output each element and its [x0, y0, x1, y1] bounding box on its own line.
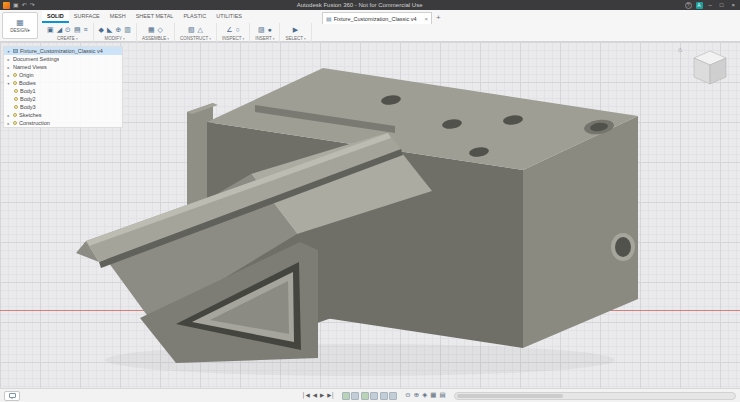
view-cube[interactable]: ⌂: [688, 46, 734, 92]
chevron-down-icon: ▾: [123, 37, 125, 41]
browser-root-label: Fixture_Customization_Classic v4: [20, 48, 103, 54]
expander-icon: ▾: [6, 81, 11, 86]
browser-item-origin[interactable]: ▸ Origin: [4, 71, 122, 79]
browser-item-construction[interactable]: ▸ Construction: [4, 119, 122, 127]
browser-root-row[interactable]: ▾ Fixture_Customization_Classic v4: [4, 47, 122, 55]
user-avatar[interactable]: A: [696, 2, 703, 9]
new-sketch-icon[interactable]: ▣: [47, 26, 54, 33]
home-view-icon[interactable]: ⌂: [678, 46, 682, 53]
timeline-extrude-feature-icon[interactable]: [370, 392, 378, 400]
fusion-logo-icon[interactable]: [3, 2, 10, 9]
grid-settings-icon[interactable]: ▦: [430, 392, 436, 399]
timeline-sketch-feature-icon[interactable]: [361, 392, 369, 400]
browser-item-body2[interactable]: Body2: [4, 95, 122, 103]
visibility-bulb-icon[interactable]: [14, 97, 18, 101]
measure-icon[interactable]: ∠: [226, 26, 232, 33]
minimize-button[interactable]: –: [707, 2, 714, 8]
insert-mesh-icon[interactable]: ▨: [258, 26, 265, 33]
group-create-label: CREATE: [57, 36, 75, 41]
group-modify-label: MODIFY: [105, 36, 123, 41]
section-analysis-icon[interactable]: ○: [236, 26, 240, 33]
workspace-selector[interactable]: ▦ DESIGN▾: [2, 12, 38, 39]
shell-icon[interactable]: ⊕: [115, 26, 121, 33]
select-icon[interactable]: ▶: [293, 26, 298, 33]
expander-icon: ▸: [6, 57, 11, 62]
browser-item-document-settings[interactable]: ▸ Document Settings: [4, 55, 122, 63]
timeline-fillet-feature-icon[interactable]: [380, 392, 388, 400]
timeline-scrollbar-thumb[interactable]: [457, 394, 564, 398]
timeline-to-end-button[interactable]: ▶│: [327, 393, 335, 399]
browser-item-body3[interactable]: Body3: [4, 103, 122, 111]
timeline-scrollbar[interactable]: [454, 392, 736, 400]
timeline-sketch-feature-icon[interactable]: [342, 392, 350, 400]
tab-solid[interactable]: SOLID: [42, 11, 69, 23]
timeline-play-button[interactable]: ▶: [320, 393, 324, 399]
browser-item-bodies[interactable]: ▾ Bodies: [4, 79, 122, 87]
axis-icon[interactable]: △: [198, 26, 203, 33]
tab-surface[interactable]: SURFACE: [69, 11, 105, 23]
browser-item-named-views[interactable]: ▸ Named Views: [4, 63, 122, 71]
timeline-extrude-feature-icon[interactable]: [351, 392, 359, 400]
orbit-icon[interactable]: ⊙: [405, 392, 410, 399]
joint-icon[interactable]: ◇: [158, 26, 163, 33]
new-component-icon[interactable]: ▦: [148, 26, 155, 33]
comments-button[interactable]: [4, 391, 20, 401]
ribbon-toolbar: ▦ DESIGN▾ SOLID SURFACE MESH SHEET METAL…: [0, 10, 740, 42]
save-icon[interactable]: ▣: [13, 2, 19, 8]
timeline-to-start-button[interactable]: │◀: [302, 393, 310, 399]
tab-plastic[interactable]: PLASTIC: [178, 11, 211, 23]
timeline-step-back-button[interactable]: ◀: [313, 393, 317, 399]
side-hole[interactable]: [615, 237, 631, 257]
group-assemble-label: ASSEMBLE: [142, 36, 166, 41]
timeline-playback-controls: │◀ ◀ ▶ ▶│: [302, 393, 335, 399]
chevron-down-icon: ▾: [76, 37, 78, 41]
title-bar-right: ? A – □ ×: [685, 2, 737, 9]
browser-item-sketches[interactable]: ▸ Sketches: [4, 111, 122, 119]
tab-mesh[interactable]: MESH: [105, 11, 131, 23]
offset-plane-icon[interactable]: ▧: [188, 26, 195, 33]
expander-icon: ▸: [6, 73, 11, 78]
expander-icon: ▸: [6, 65, 11, 70]
close-button[interactable]: ×: [729, 2, 737, 8]
visibility-bulb-icon[interactable]: [14, 89, 18, 93]
help-icon[interactable]: ?: [685, 2, 692, 9]
ribbon-groups: ▣ ◢ ⊙ ▤ ≡ CREATE▾ ◆ ◣ ⊕ ▥ MODIFY▾ ▦ ◇ AS…: [42, 23, 312, 42]
document-tab-close-icon[interactable]: ×: [424, 16, 428, 22]
display-settings-icon[interactable]: ▤: [439, 392, 445, 399]
group-modify: ◆ ◣ ⊕ ▥ MODIFY▾: [94, 23, 137, 42]
press-pull-icon[interactable]: ◆: [99, 26, 104, 33]
extrude-icon[interactable]: ◢: [57, 26, 62, 33]
visibility-bulb-icon[interactable]: [13, 81, 17, 85]
group-inspect: ∠ ○ INSPECT▾: [217, 23, 250, 42]
visibility-bulb-icon[interactable]: [13, 113, 17, 117]
maximize-button[interactable]: □: [718, 2, 726, 8]
fillet-icon[interactable]: ◣: [107, 26, 112, 33]
tab-utilities[interactable]: UTILITIES: [211, 11, 247, 23]
view-cube-graphic[interactable]: [688, 46, 732, 90]
visibility-bulb-icon[interactable]: [13, 73, 17, 77]
new-document-tab-button[interactable]: +: [436, 13, 441, 22]
tab-sheet-metal[interactable]: SHEET METAL: [131, 11, 179, 23]
zoom-icon[interactable]: ◈: [422, 392, 427, 399]
revolve-icon[interactable]: ⊙: [65, 26, 71, 33]
chevron-down-icon: ▾: [304, 37, 306, 41]
browser-panel: ▾ Fixture_Customization_Classic v4 ▸ Doc…: [3, 46, 123, 128]
pan-icon[interactable]: ⊕: [414, 392, 419, 399]
visibility-bulb-icon[interactable]: [13, 121, 17, 125]
chevron-down-icon: ▾: [242, 37, 244, 41]
decal-icon[interactable]: ●: [268, 26, 272, 33]
timeline-shell-feature-icon[interactable]: [389, 392, 397, 400]
browser-item-body1[interactable]: Body1: [4, 87, 122, 95]
document-tab[interactable]: ▤ Fixture_Customization_Classic v4 ×: [322, 12, 432, 24]
sweep-icon[interactable]: ▤: [74, 26, 81, 33]
quick-access-toolbar: ▣ ↶ ↷: [3, 2, 35, 9]
visibility-bulb-icon[interactable]: [14, 105, 18, 109]
undo-icon[interactable]: ↶: [22, 2, 27, 8]
group-create: ▣ ◢ ⊙ ▤ ≡ CREATE▾: [42, 23, 94, 42]
group-construct-label: CONSTRUCT: [180, 36, 208, 41]
window-title: Autodesk Fusion 360 - Not for Commercial…: [35, 2, 685, 8]
combine-icon[interactable]: ▥: [124, 26, 131, 33]
ribbon-tabs: SOLID SURFACE MESH SHEET METAL PLASTIC U…: [42, 10, 247, 23]
group-assemble: ▦ ◇ ASSEMBLE▾: [137, 23, 175, 42]
pattern-icon[interactable]: ≡: [84, 26, 88, 33]
